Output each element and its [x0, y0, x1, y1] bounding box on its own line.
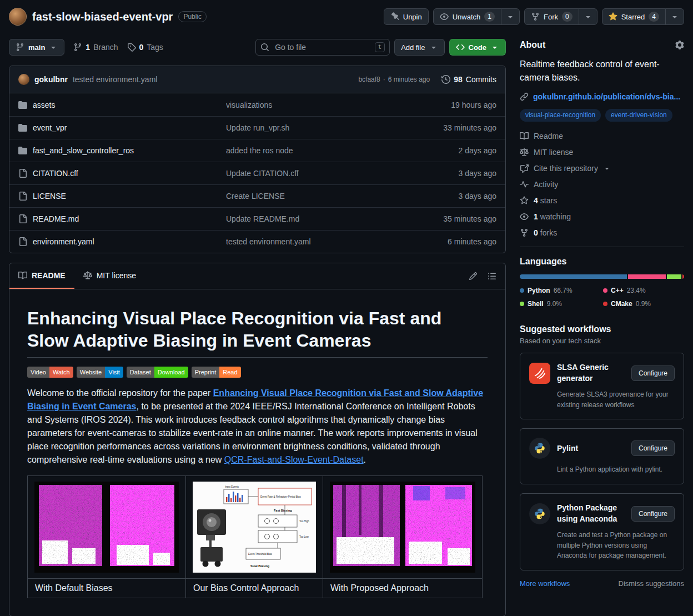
- language-legend-item[interactable]: Shell9.0%: [520, 300, 601, 308]
- configure-button[interactable]: Configure: [631, 506, 675, 522]
- star-count: 4: [649, 12, 659, 22]
- commit-sha[interactable]: bcfaaf8: [358, 76, 380, 83]
- go-to-file-input[interactable]: [274, 42, 370, 52]
- star-icon: [520, 196, 529, 205]
- language-percent: 9.0%: [547, 300, 562, 308]
- workflow-card: PylintConfigureLint a Python application…: [520, 428, 684, 484]
- chevron-down-icon: [490, 43, 499, 52]
- website-link[interactable]: gokulbnr.github.io/publication/dvs-bia..…: [533, 92, 680, 101]
- file-name-link[interactable]: CITATION.cff: [33, 169, 226, 178]
- dismiss-suggestions-link[interactable]: Dismiss suggestions: [619, 579, 685, 588]
- badge-label: Video: [27, 367, 49, 378]
- visibility-badge: Public: [178, 11, 207, 22]
- stars-link[interactable]: 4stars: [520, 196, 684, 205]
- badge-label: Dataset: [127, 367, 154, 378]
- configure-button[interactable]: Configure: [631, 365, 675, 381]
- chevron-down-icon: [506, 12, 515, 21]
- shield-badge[interactable]: VideoWatch: [27, 367, 73, 378]
- file-commit-message-link[interactable]: added the ros node: [226, 146, 459, 155]
- outline-list-icon[interactable]: [488, 272, 496, 281]
- commits-count: 98: [454, 75, 463, 84]
- unpin-button[interactable]: Unpin: [384, 8, 429, 25]
- branch-selector[interactable]: main: [9, 39, 64, 56]
- file-name-link[interactable]: environment.yaml: [33, 237, 226, 246]
- file-updated-time: 3 days ago: [459, 192, 497, 201]
- file-commit-message-link[interactable]: Create LICENSE: [226, 192, 459, 201]
- hotkey-hint: t: [375, 42, 385, 52]
- file-row: CITATION.cffUpdate CITATION.cff3 days ag…: [9, 162, 505, 184]
- go-to-file-box: t: [255, 39, 390, 56]
- tab-readme[interactable]: README: [9, 263, 74, 289]
- languages-bar[interactable]: [520, 274, 684, 279]
- file-commit-message-link[interactable]: Update run_vpr.sh: [226, 123, 443, 132]
- workflow-title: Pylint: [557, 443, 625, 454]
- gear-icon[interactable]: [675, 41, 684, 49]
- commits-label: Commits: [466, 75, 496, 84]
- add-file-button[interactable]: Add file: [394, 39, 444, 56]
- tab-mit-license[interactable]: MIT license: [74, 263, 145, 289]
- fork-dropdown-button[interactable]: [579, 8, 597, 25]
- shield-badge[interactable]: WebsiteVisit: [77, 367, 123, 378]
- language-legend-item[interactable]: CMake0.9%: [603, 300, 684, 308]
- license-link[interactable]: MIT license: [520, 148, 684, 157]
- code-button[interactable]: Code: [449, 39, 506, 56]
- branches-link[interactable]: 1 Branch: [73, 43, 118, 52]
- file-name-link[interactable]: event_vpr: [33, 123, 226, 132]
- commit-history-link[interactable]: 98 Commits: [441, 75, 496, 84]
- cite-repository-link[interactable]: Cite this repository: [520, 164, 684, 173]
- figure-caption: Our Bias Control Approach: [186, 579, 323, 598]
- fork-button-group: Fork 0: [524, 8, 597, 25]
- figure-proposed-approach: [330, 482, 475, 573]
- shield-badge[interactable]: PreprintRead: [192, 367, 241, 378]
- tags-link[interactable]: 0 Tags: [127, 43, 163, 52]
- chevron-down-icon: [429, 43, 438, 52]
- folder-icon: [18, 123, 33, 132]
- git-branch-icon: [73, 43, 82, 52]
- file-name-link[interactable]: assets: [33, 101, 226, 109]
- file-name-link[interactable]: LICENSE: [33, 192, 226, 201]
- watch-dropdown-button[interactable]: [501, 8, 520, 25]
- watching-link[interactable]: 1watching: [520, 212, 684, 221]
- topic-pill[interactable]: event-driven-vision: [605, 109, 672, 122]
- file-commit-message-link[interactable]: Update CITATION.cff: [226, 169, 459, 178]
- readme-link[interactable]: Readme: [520, 132, 684, 141]
- commit-author[interactable]: gokulbnr: [34, 75, 68, 84]
- file-updated-time: 6 minutes ago: [448, 237, 496, 246]
- file-name-link[interactable]: README.md: [33, 214, 226, 223]
- more-workflows-link[interactable]: More workflows: [520, 579, 570, 588]
- diagram-label: Too High: [299, 520, 309, 523]
- commit-author-avatar[interactable]: [18, 74, 29, 85]
- ref-counts: 1 Branch 0 Tags: [73, 43, 163, 52]
- git-branch-icon: [16, 43, 24, 52]
- file-icon: [18, 192, 33, 201]
- file-commit-message-link[interactable]: tested environment.yaml: [226, 237, 448, 246]
- activity-link[interactable]: Activity: [520, 180, 684, 189]
- paragraph-text: .: [364, 455, 366, 464]
- language-bar-segment: [628, 274, 666, 279]
- eye-icon: [440, 12, 449, 21]
- file-commit-message-link[interactable]: Update README.md: [226, 214, 443, 223]
- starred-button[interactable]: Starred 4: [602, 8, 666, 25]
- language-name: Shell: [528, 300, 544, 308]
- languages-title: Languages: [520, 257, 684, 267]
- figure-caption: With Proposed Approach: [323, 579, 483, 598]
- dataset-link[interactable]: QCR-Fast-and-Slow-Event-Dataset: [224, 455, 364, 464]
- repo-name[interactable]: fast-slow-biased-event-vpr: [32, 11, 173, 23]
- activity-link-label: Activity: [534, 180, 558, 189]
- forks-link[interactable]: 0forks: [520, 228, 684, 237]
- file-name-link[interactable]: fast_and_slow_controller_ros: [33, 146, 226, 155]
- topic-pill[interactable]: visual-place-recognition: [520, 109, 601, 122]
- edit-pencil-icon[interactable]: [469, 272, 478, 281]
- star-dropdown-button[interactable]: [665, 8, 684, 25]
- configure-button[interactable]: Configure: [631, 440, 675, 456]
- unwatch-button[interactable]: Unwatch 1: [433, 8, 501, 25]
- repo-owner-avatar[interactable]: [9, 8, 27, 26]
- commit-message[interactable]: tested environment.yaml: [73, 75, 158, 84]
- shield-badge[interactable]: DatasetDownload: [127, 367, 188, 378]
- pin-icon: [390, 12, 399, 21]
- language-legend-item[interactable]: C++23.4%: [603, 287, 684, 294]
- file-commit-message-link[interactable]: visualizations: [226, 101, 451, 109]
- language-legend-item[interactable]: Python66.7%: [520, 287, 601, 294]
- search-icon: [260, 43, 269, 52]
- fork-button[interactable]: Fork 0: [524, 8, 579, 25]
